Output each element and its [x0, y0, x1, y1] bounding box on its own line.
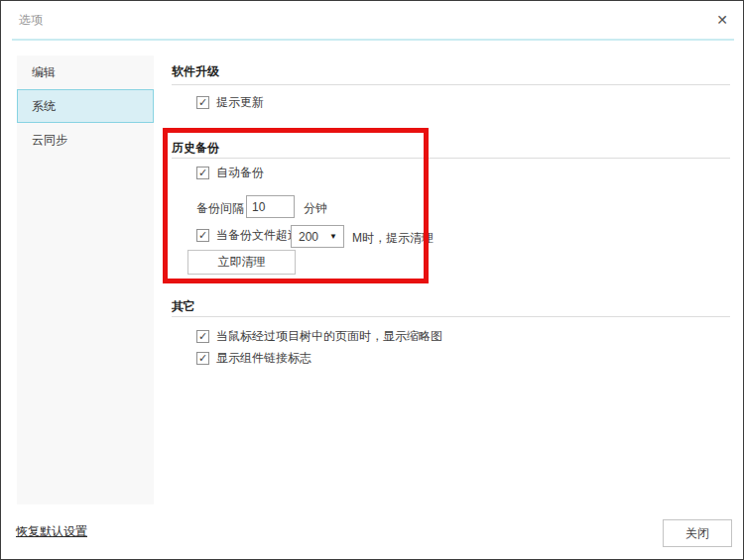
clean-now-button[interactable]: 立即清理: [187, 250, 296, 275]
show-link-mark-checkbox[interactable]: ✓: [196, 352, 209, 365]
backup-size-label: 当备份文件超过: [216, 227, 300, 244]
section-divider: [172, 84, 730, 85]
show-thumbnail-checkbox[interactable]: ✓: [196, 330, 209, 343]
backup-interval-input[interactable]: [246, 195, 295, 218]
prompt-update-checkbox[interactable]: ✓: [196, 96, 209, 109]
title-separator: [12, 39, 734, 41]
close-button[interactable]: 关闭: [663, 519, 732, 547]
section-title-history-backup: 历史备份: [172, 140, 219, 157]
dialog-title: 选项: [19, 12, 43, 29]
backup-size-value: 200: [292, 230, 329, 244]
sidebar-item-cloud-sync[interactable]: 云同步: [17, 123, 154, 157]
section-title-software-upgrade: 软件升级: [172, 63, 219, 80]
row-show-link-mark: ✓ 显示组件链接标志: [196, 350, 311, 367]
show-link-mark-label: 显示组件链接标志: [216, 350, 311, 367]
section-divider: [172, 316, 730, 317]
restore-defaults-link[interactable]: 恢复默认设置: [16, 523, 87, 540]
auto-backup-label: 自动备份: [216, 165, 264, 181]
backup-size-dropdown[interactable]: 200 ▼: [291, 225, 344, 248]
sidebar-item-system[interactable]: 系统: [17, 89, 154, 123]
row-show-thumbnail: ✓ 当鼠标经过项目树中的页面时，显示缩略图: [196, 328, 442, 345]
backup-interval-label: 备份间隔: [196, 200, 244, 217]
show-thumbnail-label: 当鼠标经过项目树中的页面时，显示缩略图: [216, 328, 442, 345]
sidebar-item-label: 云同步: [32, 132, 67, 149]
auto-backup-checkbox[interactable]: ✓: [196, 167, 209, 179]
row-auto-backup: ✓ 自动备份: [196, 165, 264, 181]
backup-interval-unit: 分钟: [304, 200, 327, 217]
backup-size-suffix: M时，提示清理: [352, 230, 434, 247]
sidebar-item-label: 编辑: [32, 64, 56, 81]
row-backup-size: ✓ 当备份文件超过: [196, 227, 300, 244]
row-prompt-update: ✓ 提示更新: [196, 94, 264, 111]
chevron-down-icon: ▼: [329, 232, 343, 241]
options-dialog: 选项 ✕ 编辑 系统 云同步 软件升级 ✓ 提示更新 历史备份 ✓ 自动备份 备…: [0, 0, 744, 560]
close-icon[interactable]: ✕: [711, 9, 733, 31]
sidebar-item-label: 系统: [32, 98, 56, 115]
section-divider: [172, 158, 730, 159]
prompt-update-label: 提示更新: [216, 94, 264, 111]
sidebar-item-edit[interactable]: 编辑: [17, 56, 154, 89]
section-title-other: 其它: [172, 298, 195, 315]
sidebar: 编辑 系统 云同步: [17, 56, 154, 504]
backup-size-checkbox[interactable]: ✓: [196, 229, 209, 242]
